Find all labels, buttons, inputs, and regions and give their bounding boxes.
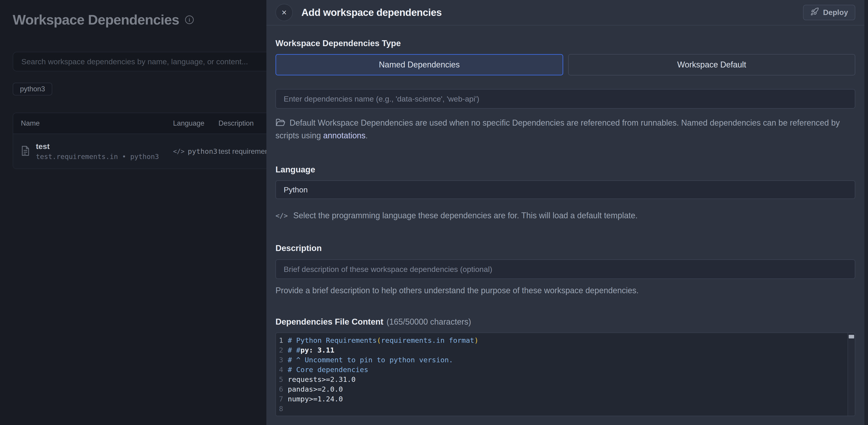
folder-open-icon bbox=[276, 118, 285, 130]
annotations-link[interactable]: annotations bbox=[323, 131, 365, 140]
line-number: 3 bbox=[276, 356, 288, 364]
code-icon: </> bbox=[173, 148, 185, 155]
close-icon[interactable]: × bbox=[276, 4, 293, 21]
deploy-button-label: Deploy bbox=[823, 8, 848, 17]
dependencies-table: Name Language Description test bbox=[13, 113, 267, 169]
workspace-dependencies-page: Workspace Dependencies i python3 Name La… bbox=[0, 0, 267, 425]
description-help-text: Provide a brief description to help othe… bbox=[276, 286, 855, 295]
editor-scrollbar[interactable] bbox=[847, 333, 855, 416]
type-option-workspace-default[interactable]: Workspace Default bbox=[568, 54, 856, 75]
column-header-description: Description bbox=[218, 119, 267, 127]
rocket-icon bbox=[810, 7, 819, 18]
code-line: 6pandas>=2.0.0 bbox=[276, 384, 846, 394]
code-line: 5requests>=2.31.0 bbox=[276, 374, 846, 384]
info-icon[interactable]: i bbox=[185, 16, 194, 24]
panel-title: Add workspace dependencies bbox=[301, 7, 442, 18]
dependencies-name-input[interactable] bbox=[276, 89, 855, 109]
code-icon: </> bbox=[276, 212, 288, 220]
line-number: 1 bbox=[276, 336, 288, 344]
column-header-name: Name bbox=[13, 119, 173, 127]
language-section-label: Language bbox=[276, 165, 855, 175]
line-number: 6 bbox=[276, 385, 288, 393]
add-workspace-dependencies-panel: × Add workspace dependencies Deploy Work… bbox=[267, 0, 864, 425]
dependency-name: test bbox=[36, 142, 159, 151]
search-input[interactable] bbox=[21, 57, 267, 66]
code-line: 7numpy>=1.24.0 bbox=[276, 394, 846, 404]
description-section-label: Description bbox=[276, 243, 855, 253]
file-icon bbox=[21, 145, 30, 157]
type-help-text: Default Workspace Dependencies are used … bbox=[276, 117, 855, 141]
code-line: 4# Core dependencies bbox=[276, 365, 846, 374]
app-root: Workspace Dependencies i python3 Name La… bbox=[0, 0, 868, 425]
line-number: 2 bbox=[276, 346, 288, 354]
filter-chip-python3[interactable]: python3 bbox=[13, 83, 52, 95]
code-line: 3# ^ Uncomment to pin to python version. bbox=[276, 355, 846, 365]
column-header-language: Language bbox=[173, 119, 218, 127]
language-help-text: </> Select the programming language thes… bbox=[276, 211, 855, 220]
table-row[interactable]: test test.requirements.in • python3 </> … bbox=[13, 134, 267, 169]
dependency-subtitle: test.requirements.in • python3 bbox=[36, 153, 159, 160]
type-toggle-group: Named Dependencies Workspace Default bbox=[276, 54, 855, 75]
type-section-label: Workspace Dependencies Type bbox=[276, 39, 855, 48]
line-number: 8 bbox=[276, 404, 288, 413]
editor-scrollbar-thumb[interactable] bbox=[849, 335, 854, 338]
table-header: Name Language Description bbox=[13, 113, 267, 134]
deploy-button[interactable]: Deploy bbox=[803, 5, 855, 20]
content-section-label: Dependencies File Content bbox=[276, 317, 383, 327]
page-scrollbar-track bbox=[864, 0, 868, 425]
panel-header: × Add workspace dependencies Deploy bbox=[267, 0, 864, 25]
line-number: 7 bbox=[276, 395, 288, 403]
line-number: 5 bbox=[276, 375, 288, 384]
search-box bbox=[13, 52, 267, 71]
line-number: 4 bbox=[276, 365, 288, 374]
dependency-description: test requiremen bbox=[218, 147, 267, 156]
code-line: 2# # py: 3.11 bbox=[276, 345, 846, 355]
code-line: 8 bbox=[276, 404, 846, 414]
code-line: 1# Python Requirements (requirements.in … bbox=[276, 335, 846, 345]
page-title: Workspace Dependencies bbox=[13, 12, 179, 28]
language-select[interactable] bbox=[276, 180, 855, 199]
type-option-named-dependencies[interactable]: Named Dependencies bbox=[276, 54, 563, 75]
dependency-language: python3 bbox=[188, 147, 218, 155]
character-counter: (165/50000 characters) bbox=[386, 317, 471, 327]
dependencies-file-editor[interactable]: 1# Python Requirements (requirements.in … bbox=[276, 333, 855, 416]
description-input[interactable] bbox=[276, 260, 855, 279]
